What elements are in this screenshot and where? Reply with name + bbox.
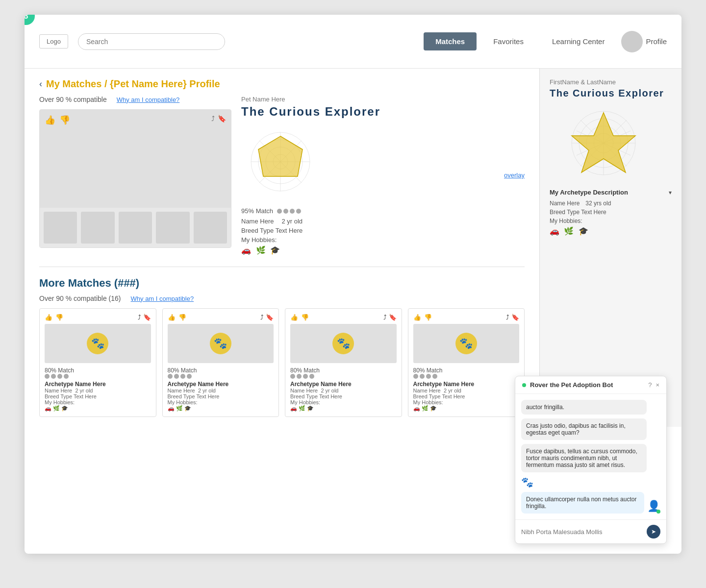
card4-archetype-name: Archetype Name Here bbox=[413, 381, 520, 388]
featured-pet-card: Over 90 % compatible Why am I compatible… bbox=[39, 96, 231, 257]
chat-header: Rover the Pet Adoption Bot ? × bbox=[515, 376, 666, 394]
card1-thumb-up[interactable]: 👍 bbox=[45, 314, 52, 321]
logo[interactable]: Logo bbox=[39, 34, 68, 49]
pet-thumb-3[interactable] bbox=[119, 212, 152, 244]
chat-help-button[interactable]: ? bbox=[648, 381, 652, 389]
pet-breed-row: Breed Type Text Here bbox=[241, 227, 525, 234]
thumbs-down-button[interactable]: 👎 bbox=[59, 115, 70, 125]
match-dots bbox=[277, 209, 301, 214]
card2-bookmark-icon[interactable]: 🔖 bbox=[266, 314, 274, 321]
more-matches-title: More Matches (###) bbox=[39, 277, 525, 290]
card4-hobby-icons: 🚗 🌿 🎓 bbox=[413, 405, 520, 412]
hobby-icons-row: 🚗 🌿 🎓 bbox=[241, 245, 525, 255]
nav-matches[interactable]: Matches bbox=[424, 32, 477, 50]
card1-bookmark-icon[interactable]: 🔖 bbox=[143, 314, 151, 321]
card3-bookmark-icon[interactable]: 🔖 bbox=[389, 314, 397, 321]
sidebar-hobby-icon-2: 🌿 bbox=[564, 227, 574, 235]
pet-thumb-4[interactable] bbox=[156, 212, 189, 244]
card2-thumb-down[interactable]: 👎 bbox=[178, 314, 186, 321]
chat-message-4: Donec ullamcorper nulla non metus auctor… bbox=[521, 492, 644, 514]
chat-input-row: ➤ bbox=[515, 519, 666, 543]
main-layout: ‹ My Matches / {Pet Name Here} Profile O… bbox=[25, 69, 681, 427]
profile-label: Profile bbox=[646, 37, 667, 46]
sidebar-name: Name Here bbox=[550, 200, 580, 207]
sidebar-breed: Breed Type Text Here bbox=[550, 209, 606, 216]
back-button[interactable]: ‹ bbox=[39, 79, 42, 89]
card2-image: 🐾 bbox=[168, 324, 274, 363]
sidebar-hobby-icon-1: 🚗 bbox=[550, 227, 559, 235]
archetype-desc-row: My Archetype Description ▾ bbox=[550, 189, 672, 196]
chat-send-button[interactable]: ➤ bbox=[647, 525, 660, 539]
card4-thumb-up[interactable]: 👍 bbox=[413, 314, 421, 321]
hobbies-label: My Hobbies: bbox=[241, 236, 277, 244]
card2-match-pct: 80% Match bbox=[168, 367, 274, 379]
sidebar-radar-chart bbox=[550, 104, 657, 182]
share-icon[interactable]: ⤴ bbox=[211, 115, 215, 122]
nav-profile[interactable]: Profile bbox=[621, 31, 667, 52]
hobbies-row: My Hobbies: bbox=[241, 236, 525, 244]
card3-share-icon[interactable]: ⤴ bbox=[383, 314, 387, 321]
nav-favorites[interactable]: Favorites bbox=[481, 32, 535, 50]
pet-archetype-title: The Curious Explorer bbox=[241, 105, 525, 119]
thumbs-up-button[interactable]: 👍 bbox=[45, 115, 55, 125]
card3-hobby-icons: 🚗 🌿 🎓 bbox=[290, 405, 397, 412]
more-why-link[interactable]: Why am I compatible? bbox=[131, 295, 194, 302]
pet-thumb-2[interactable] bbox=[81, 212, 114, 244]
match-card-4: 👍 👎 ⤴ 🔖 🐾 80% Match bbox=[408, 308, 525, 417]
card1-hobbies: My Hobbies: bbox=[45, 399, 151, 405]
card4-thumb-down[interactable]: 👎 bbox=[424, 314, 432, 321]
nav-learning-center[interactable]: Learning Center bbox=[540, 32, 617, 50]
bookmark-icon[interactable]: 🔖 bbox=[218, 115, 226, 122]
sidebar-archetype: The Curious Explorer bbox=[550, 88, 672, 99]
card1-name-age: Name Here 2 yr old bbox=[45, 388, 151, 393]
card2-share-icon[interactable]: ⤴ bbox=[260, 314, 264, 321]
card1-breed: Breed Type Text Here bbox=[45, 393, 151, 399]
card4-share-icon[interactable]: ⤴ bbox=[506, 314, 509, 321]
card2-share: ⤴ 🔖 bbox=[260, 314, 274, 321]
overlay-link[interactable]: overlay bbox=[504, 172, 525, 179]
card2-breed: Breed Type Text Here bbox=[168, 393, 274, 399]
card1-thumb-down[interactable]: 👎 bbox=[55, 314, 63, 321]
card4-bookmark-icon[interactable]: 🔖 bbox=[511, 314, 519, 321]
content-area: ‹ My Matches / {Pet Name Here} Profile O… bbox=[25, 69, 539, 427]
sidebar-hobbies-label: My Hobbies: bbox=[550, 218, 672, 224]
search-input[interactable] bbox=[78, 33, 225, 50]
svg-marker-8 bbox=[258, 136, 303, 176]
card1-share-icon[interactable]: ⤴ bbox=[138, 314, 141, 321]
card4-share: ⤴ 🔖 bbox=[506, 314, 519, 321]
chat-close-button[interactable]: × bbox=[656, 381, 659, 389]
card1-image: 🐾 bbox=[45, 324, 151, 363]
chat-input[interactable] bbox=[521, 528, 647, 536]
compatibility-row: Over 90 % compatible Why am I compatible… bbox=[39, 96, 231, 103]
sidebar-hobby-icons: 🚗 🌿 🎓 bbox=[550, 226, 672, 236]
radar-chart bbox=[241, 122, 320, 201]
pet-name: Name Here bbox=[241, 218, 274, 225]
sidebar-user-name: FirstName & LastName bbox=[550, 78, 672, 86]
card3-thumb-up[interactable]: 👍 bbox=[290, 314, 298, 321]
why-compatible-link[interactable]: Why am I compatible? bbox=[117, 96, 180, 103]
card2-hobbies: My Hobbies: bbox=[168, 399, 274, 405]
card3-thumb-down[interactable]: 👎 bbox=[301, 314, 309, 321]
card2-archetype-icon: 🐾 bbox=[210, 333, 231, 354]
dot-4 bbox=[296, 209, 301, 214]
archetype-desc-chevron[interactable]: ▾ bbox=[669, 189, 672, 196]
card2-thumb-up[interactable]: 👍 bbox=[168, 314, 176, 321]
pet-name-label: Pet Name Here bbox=[241, 96, 525, 103]
chat-message-3: Fusce dapibus, tellus ac cursus commodo,… bbox=[521, 444, 647, 472]
hobby-icon-1: 🚗 bbox=[241, 246, 251, 254]
breadcrumb-text: My Matches / {Pet Name Here} Profile bbox=[46, 78, 220, 90]
pet-thumb-1[interactable] bbox=[44, 212, 77, 244]
card1-archetype-icon: 🐾 bbox=[87, 333, 108, 354]
card3-breed: Breed Type Text Here bbox=[290, 393, 397, 399]
archetype-desc-label: My Archetype Description bbox=[550, 189, 628, 196]
featured-pet-info: Pet Name Here The Curious Explorer bbox=[241, 96, 525, 257]
header: Logo Matches Favorites Learning Center P… bbox=[25, 15, 681, 69]
radar-container: overlay bbox=[241, 122, 525, 202]
section-divider bbox=[39, 267, 525, 267]
card1-archetype-name: Archetype Name Here bbox=[45, 381, 151, 388]
pet-thumb-5[interactable] bbox=[194, 212, 227, 244]
card3-hobbies: My Hobbies: bbox=[290, 399, 397, 405]
breadcrumb: ‹ My Matches / {Pet Name Here} Profile bbox=[39, 78, 525, 90]
card4-match-pct: 80% Match bbox=[413, 367, 520, 379]
card3-match-pct: 80% Match bbox=[290, 367, 397, 379]
